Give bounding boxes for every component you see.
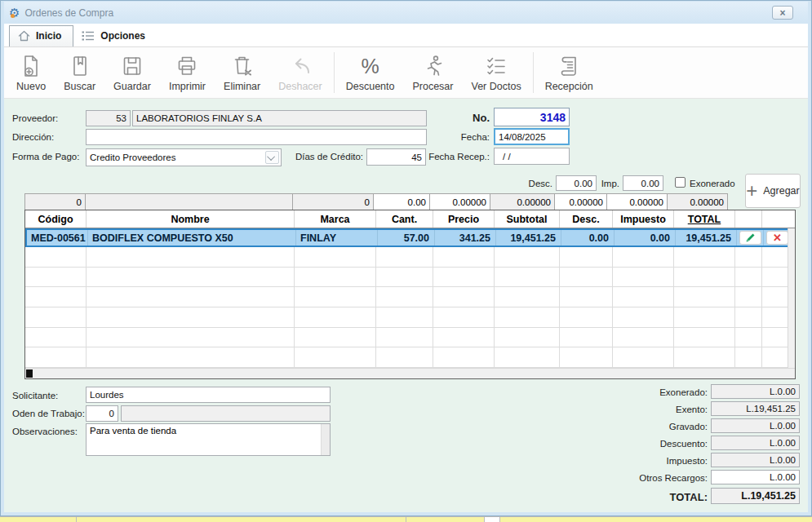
line-desc-field[interactable]: 0.00 bbox=[556, 175, 597, 191]
col-header-total[interactable]: TOTAL bbox=[674, 210, 735, 228]
entry-codigo[interactable]: 0 bbox=[24, 193, 86, 210]
col-header-nombre[interactable]: Nombre bbox=[87, 210, 295, 228]
forma-pago-value: Credito Proveedores bbox=[90, 153, 175, 162]
fecha-recep-label: Fecha Recep.: bbox=[416, 152, 490, 161]
entry-impuesto[interactable]: 0.00000 bbox=[606, 193, 668, 210]
descuento-total-label: Descuento: bbox=[585, 439, 708, 449]
cell-subtotal: 19,451.25 bbox=[496, 230, 561, 246]
grid-horizontal-scrollbar[interactable] bbox=[25, 368, 795, 378]
runner-icon bbox=[420, 52, 445, 80]
solicitante-field[interactable]: Lourdes bbox=[86, 387, 331, 403]
procesar-label: Procesar bbox=[412, 81, 453, 92]
entry-subtotal[interactable]: 0.00000 bbox=[490, 193, 555, 210]
col-header-impuesto[interactable]: Impuesto bbox=[613, 210, 674, 228]
ordenes-de-compra-window: ⚙ Ordenes de Compra × Inicio Opciones Nu… bbox=[0, 0, 812, 516]
pencil-icon bbox=[745, 232, 756, 243]
line-imp-field[interactable]: 0.00 bbox=[623, 175, 663, 191]
close-button[interactable]: × bbox=[772, 6, 793, 20]
recepcion-button[interactable]: Recepción bbox=[536, 49, 602, 96]
statusbar-divider bbox=[76, 517, 77, 522]
col-header-desc[interactable]: Desc. bbox=[560, 210, 613, 228]
nuevo-button[interactable]: Nuevo bbox=[7, 49, 55, 96]
cell-precio: 341.25 bbox=[435, 230, 496, 246]
deshacer-label: Deshacer bbox=[278, 81, 322, 92]
scrollbar-thumb[interactable] bbox=[26, 369, 33, 378]
buscar-button[interactable]: Buscar bbox=[55, 49, 104, 96]
chevron-down-icon[interactable] bbox=[265, 151, 279, 164]
col-header-marca[interactable]: Marca bbox=[295, 210, 376, 228]
grid-empty-row[interactable] bbox=[25, 247, 795, 268]
grid-vertical-scrollbar[interactable] bbox=[788, 228, 795, 368]
list-icon bbox=[82, 30, 95, 42]
entry-total[interactable]: 0.00000 bbox=[667, 193, 728, 210]
undo-arrow-icon bbox=[288, 52, 313, 80]
search-document-icon bbox=[68, 52, 92, 80]
grid-empty-row[interactable] bbox=[25, 328, 795, 348]
ribbon-toolbar: Nuevo Buscar Guardar Imprimir Eliminar D… bbox=[4, 47, 808, 99]
grid-empty-row[interactable] bbox=[25, 347, 795, 368]
no-field[interactable]: 3148 bbox=[494, 108, 570, 126]
entry-nombre[interactable] bbox=[85, 193, 293, 210]
grid-empty-row[interactable] bbox=[25, 268, 795, 288]
descuento-button[interactable]: % Descuento bbox=[337, 49, 404, 96]
tab-opciones[interactable]: Opciones bbox=[73, 26, 157, 46]
grid-empty-row[interactable] bbox=[25, 287, 795, 307]
ver-doctos-button[interactable]: Ver Doctos bbox=[463, 49, 530, 96]
proveedor-label: Proveedor: bbox=[12, 113, 58, 123]
receipt-scroll-icon bbox=[557, 52, 581, 80]
agregar-button[interactable]: + Agregar bbox=[745, 174, 801, 208]
entry-desc[interactable]: 0.00000 bbox=[554, 193, 607, 210]
exento-total-label: Exento: bbox=[585, 405, 708, 414]
cell-edit bbox=[737, 230, 764, 246]
entry-marca[interactable]: 0 bbox=[292, 193, 374, 210]
orden-trabajo-label: Oden de Trabajo: bbox=[12, 409, 85, 418]
printer-icon bbox=[175, 52, 199, 80]
descuento-total-field: L.0.00 bbox=[711, 436, 800, 450]
proveedor-code-field[interactable]: 53 bbox=[86, 110, 131, 126]
window-title: Ordenes de Compra bbox=[24, 7, 113, 19]
imprimir-button[interactable]: Imprimir bbox=[160, 49, 215, 96]
agregar-label: Agregar bbox=[763, 185, 799, 197]
line-desc-label: Desc. bbox=[504, 179, 552, 188]
form-body: Proveedor: 53 LABORATORIOS FINLAY S.A Di… bbox=[4, 99, 808, 512]
exento-total-field: L.19,451.25 bbox=[711, 401, 800, 416]
col-header-subtotal[interactable]: Subtotal bbox=[495, 210, 560, 228]
edit-row-button[interactable] bbox=[739, 231, 761, 245]
orden-trabajo-number-field[interactable]: 0 bbox=[86, 405, 118, 422]
col-header-precio[interactable]: Precio bbox=[433, 210, 495, 228]
direccion-field[interactable] bbox=[86, 129, 427, 145]
tab-inicio[interactable]: Inicio bbox=[9, 25, 73, 46]
statusbar-segment bbox=[484, 517, 500, 522]
col-header-cant[interactable]: Cant. bbox=[376, 210, 433, 228]
cell-marca: FINLAY bbox=[296, 230, 378, 246]
exonerado-label: Exonerado bbox=[690, 179, 735, 188]
col-header-delete bbox=[762, 210, 789, 228]
guardar-label: Guardar bbox=[113, 81, 151, 92]
grid-empty-row[interactable] bbox=[25, 307, 795, 328]
direccion-label: Dirección: bbox=[12, 132, 54, 142]
cell-codigo: MED-00561 bbox=[27, 230, 88, 246]
eliminar-button[interactable]: Eliminar bbox=[215, 49, 269, 96]
total-label: TOTAL: bbox=[585, 491, 708, 503]
forma-pago-select[interactable]: Credito Proveedores bbox=[86, 148, 282, 166]
entry-precio[interactable]: 0.00000 bbox=[429, 193, 490, 210]
entry-cant[interactable]: 0.00 bbox=[373, 193, 430, 210]
cell-desc: 0.00 bbox=[561, 230, 615, 246]
otros-recargos-field[interactable]: L.0.00 bbox=[711, 470, 800, 484]
fecha-recep-field[interactable]: / / bbox=[494, 148, 570, 165]
delete-row-button[interactable]: ✕ bbox=[766, 231, 788, 245]
fecha-field[interactable]: 14/08/2025 bbox=[494, 128, 570, 145]
exonerado-checkbox[interactable] bbox=[675, 177, 686, 188]
toolbar-separator bbox=[334, 52, 335, 93]
guardar-button[interactable]: Guardar bbox=[104, 49, 160, 96]
statusbar-divider bbox=[406, 517, 406, 522]
procesar-button[interactable]: Procesar bbox=[403, 49, 462, 96]
observaciones-scrollbar[interactable] bbox=[321, 424, 330, 455]
trash-delete-icon bbox=[230, 52, 255, 80]
col-header-codigo[interactable]: Código bbox=[25, 210, 87, 228]
grid-row-selected[interactable]: MED-00561 BODIFLEX COMPUESTO X50 FINLAY … bbox=[25, 228, 795, 247]
proveedor-name-field[interactable]: LABORATORIOS FINLAY S.A bbox=[132, 110, 427, 126]
observaciones-field[interactable]: Para venta de tienda bbox=[86, 423, 331, 456]
orden-trabajo-detail-field[interactable] bbox=[121, 405, 331, 422]
col-header-edit bbox=[735, 210, 762, 228]
